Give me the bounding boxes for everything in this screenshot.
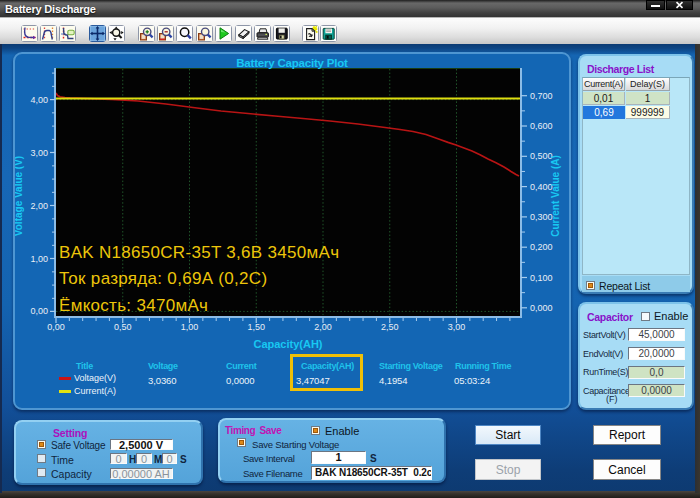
svg-text:1,50: 1,50	[247, 322, 265, 332]
svg-text:1,00: 1,00	[30, 254, 48, 264]
svg-text:0,00: 0,00	[47, 322, 65, 332]
svg-text:3,00: 3,00	[448, 322, 466, 332]
svg-text:2,00: 2,00	[314, 322, 332, 332]
svg-text:0,100: 0,100	[530, 273, 553, 283]
svg-text:0,700: 0,700	[530, 91, 553, 101]
svg-text:2,00: 2,00	[30, 201, 48, 211]
svg-text:Current Value (A): Current Value (A)	[550, 155, 561, 237]
svg-text:0,00: 0,00	[30, 306, 48, 316]
svg-text:2,50: 2,50	[381, 322, 399, 332]
svg-text:0,50: 0,50	[114, 322, 132, 332]
svg-text:0,600: 0,600	[530, 121, 553, 131]
svg-text:Capacity(AH): Capacity(AH)	[253, 338, 322, 350]
svg-text:Voltage Value (V): Voltage Value (V)	[15, 156, 24, 236]
svg-text:1,00: 1,00	[181, 322, 199, 332]
svg-text:0,200: 0,200	[530, 242, 553, 252]
svg-text:3,00: 3,00	[30, 148, 48, 158]
svg-text:4,00: 4,00	[30, 95, 48, 105]
svg-text:0,000: 0,000	[530, 303, 553, 313]
